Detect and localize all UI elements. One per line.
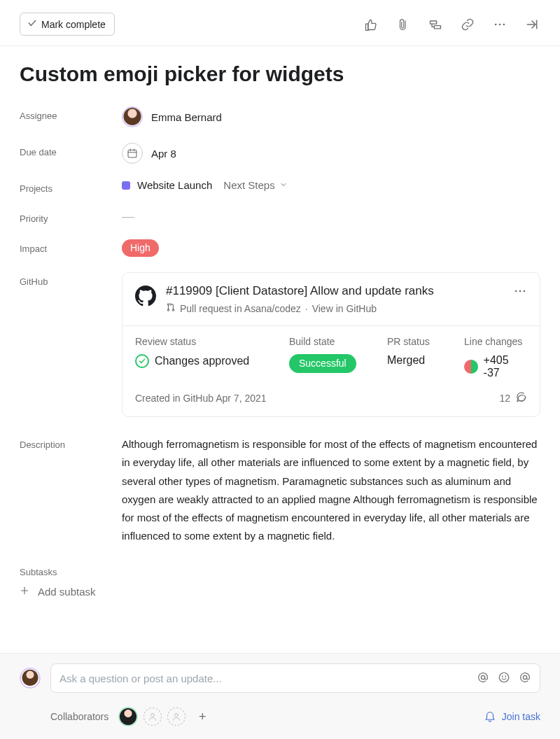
- line-changes-icon: [464, 360, 478, 374]
- approved-check-icon: [135, 354, 149, 368]
- comment-icon: [514, 390, 527, 405]
- svg-rect-3: [128, 150, 136, 157]
- github-comment-count: 12: [499, 393, 510, 404]
- svg-point-10: [481, 675, 484, 679]
- subtask-icon[interactable]: [427, 16, 444, 33]
- svg-point-15: [151, 713, 155, 717]
- collaborators-row: Collaborators + Join task: [20, 707, 540, 726]
- field-assignee: Assignee Emma Bernard: [20, 106, 540, 127]
- github-pr-status-label: PR status: [387, 336, 450, 347]
- impact-pill[interactable]: High: [122, 239, 159, 257]
- task-body: Custom emoji picker for widgets Assignee…: [0, 46, 560, 598]
- collaborator-avatar[interactable]: [118, 707, 138, 726]
- github-review-status-value: Changes approved: [155, 355, 249, 367]
- github-pr-status-value: Merged: [387, 354, 450, 367]
- attachment-icon[interactable]: [395, 16, 412, 33]
- due-date-text: Apr 8: [151, 148, 176, 160]
- svg-point-2: [503, 23, 505, 25]
- field-github: GitHub #119909 [Client Datastore] Allow …: [20, 272, 540, 417]
- priority-value[interactable]: —: [122, 208, 133, 223]
- github-line-changes-value: +405 -37: [484, 354, 527, 379]
- more-icon[interactable]: [491, 16, 508, 33]
- calendar-icon: [122, 143, 143, 164]
- bottom-bar: Collaborators + Join task: [0, 653, 560, 739]
- github-created-text: Created in GitHub Apr 7, 2021: [135, 393, 267, 404]
- avatar: [20, 668, 41, 689]
- due-date-value[interactable]: Apr 8: [122, 143, 540, 164]
- at-mention-icon[interactable]: [519, 671, 531, 686]
- task-title[interactable]: Custom emoji picker for widgets: [20, 62, 540, 87]
- topbar: Mark complete: [0, 0, 560, 46]
- project-section-dropdown[interactable]: Next Steps: [223, 179, 287, 191]
- svg-point-11: [499, 673, 509, 682]
- topbar-actions: [363, 16, 540, 33]
- svg-point-9: [524, 290, 526, 293]
- assignee-value[interactable]: Emma Bernard: [122, 106, 540, 127]
- pull-request-icon: [166, 302, 176, 314]
- svg-point-13: [505, 676, 506, 677]
- add-subtask-button[interactable]: Add subtask: [20, 586, 540, 598]
- github-build-state-value: Successful: [289, 354, 356, 373]
- link-icon[interactable]: [459, 16, 476, 33]
- github-comments[interactable]: 12: [499, 390, 527, 405]
- svg-point-16: [175, 713, 178, 717]
- field-subtasks: Subtasks: [20, 567, 540, 577]
- avatar: [122, 106, 143, 127]
- bell-icon: [484, 710, 496, 724]
- at-mention-icon[interactable]: [477, 671, 489, 686]
- github-title[interactable]: #119909 [Client Datastore] Allow and upd…: [166, 284, 503, 298]
- github-view-link[interactable]: View in GitHub: [312, 303, 377, 314]
- check-icon: [27, 18, 37, 30]
- label-collaborators: Collaborators: [50, 711, 108, 722]
- label-assignee: Assignee: [20, 106, 122, 121]
- project-section-label: Next Steps: [223, 179, 274, 191]
- github-build-state-label: Build state: [289, 336, 373, 347]
- label-impact: Impact: [20, 239, 122, 254]
- emoji-icon[interactable]: [498, 671, 510, 686]
- field-impact: Impact High: [20, 239, 540, 257]
- compose-box[interactable]: [50, 663, 540, 693]
- svg-point-0: [495, 23, 497, 25]
- github-card: #119909 [Client Datastore] Allow and upd…: [122, 272, 540, 417]
- github-subtitle-repo: Pull request in Asana/codez: [180, 303, 301, 314]
- label-due-date: Due date: [20, 143, 122, 157]
- svg-point-8: [519, 290, 522, 293]
- add-subtask-label: Add subtask: [38, 586, 96, 598]
- label-priority: Priority: [20, 209, 122, 224]
- assignee-name: Emma Bernard: [151, 111, 222, 123]
- label-github: GitHub: [20, 272, 122, 287]
- field-description: Description Although ferromagnetism is r…: [20, 435, 540, 546]
- like-icon[interactable]: [363, 16, 379, 33]
- join-task-label: Join task: [502, 711, 540, 722]
- add-collaborator-placeholder[interactable]: [167, 708, 186, 726]
- github-more-icon[interactable]: [513, 284, 527, 300]
- label-subtasks: Subtasks: [20, 567, 122, 577]
- mark-complete-button[interactable]: Mark complete: [20, 13, 115, 36]
- svg-point-12: [502, 676, 503, 677]
- add-collaborator-button[interactable]: +: [194, 708, 211, 725]
- label-description: Description: [20, 435, 122, 450]
- subtitle-dot: ·: [305, 303, 308, 314]
- github-icon: [135, 286, 156, 307]
- plus-icon: [20, 586, 29, 598]
- mark-complete-label: Mark complete: [41, 19, 106, 30]
- svg-point-7: [515, 290, 517, 293]
- compose-row: [20, 663, 540, 693]
- project-name: Website Launch: [137, 179, 212, 191]
- svg-point-1: [499, 23, 501, 25]
- collapse-icon[interactable]: [524, 16, 540, 33]
- svg-point-14: [523, 675, 526, 679]
- project-color-icon: [122, 181, 130, 190]
- field-due-date: Due date Apr 8: [20, 143, 540, 164]
- chevron-down-icon: [279, 179, 288, 191]
- github-line-changes-label: Line changes: [464, 336, 527, 347]
- label-projects: Projects: [20, 179, 122, 194]
- add-collaborator-placeholder[interactable]: [144, 708, 162, 726]
- description-text[interactable]: Although ferromagnetism is responsible f…: [122, 435, 540, 546]
- field-priority: Priority —: [20, 209, 540, 224]
- github-review-status-label: Review status: [135, 336, 275, 347]
- comment-input[interactable]: [59, 673, 470, 684]
- field-projects: Projects Website Launch Next Steps: [20, 179, 540, 194]
- join-task-button[interactable]: Join task: [484, 710, 540, 724]
- project-chip[interactable]: Website Launch: [122, 179, 212, 191]
